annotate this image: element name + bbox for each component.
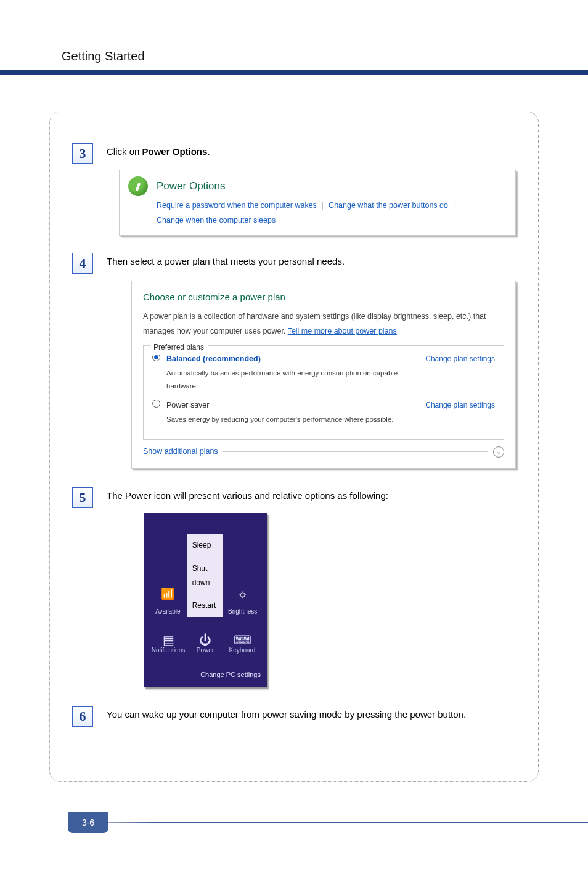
change-settings-saver[interactable]: Change plan settings — [425, 398, 495, 412]
chevron-down-icon[interactable]: ⌄ — [493, 446, 504, 458]
menu-restart[interactable]: Restart — [187, 594, 224, 617]
change-settings-balanced[interactable]: Change plan settings — [425, 352, 495, 366]
step-5: 5 The Power icon will present various an… — [72, 487, 516, 688]
power-options-icon — [128, 176, 148, 196]
content-frame: 3 Click on Power Options. Power Options … — [49, 112, 539, 782]
charms-power-panel: 📶 Available Sleep Shut down Restart ☼ Br… — [144, 513, 267, 687]
notifications-icon[interactable]: ▤ — [150, 628, 187, 642]
step-number: 3 — [72, 143, 93, 164]
choose-plan-title: Choose or customize a power plan — [143, 289, 504, 306]
show-additional-link[interactable]: Show additional plans — [143, 445, 218, 459]
step4-text: Then select a power plan that meets your… — [107, 256, 345, 266]
tell-me-more-link[interactable]: Tell me more about power plans — [288, 327, 397, 335]
keyboard-label: Keyboard — [224, 644, 261, 656]
step-4: 4 Then select a power plan that meets yo… — [72, 253, 516, 468]
notifications-label: Notifications — [150, 644, 187, 656]
po-link-buttons[interactable]: Change what the power buttons do — [329, 201, 448, 210]
step-number: 4 — [72, 253, 93, 274]
step3-text-bold: Power Options — [142, 146, 208, 157]
power-options-panel: Power Options Require a password when th… — [119, 170, 516, 236]
change-pc-settings-link[interactable]: Change PC settings — [150, 668, 261, 681]
brightness-label: Brightness — [224, 605, 261, 617]
separator: | — [453, 201, 455, 210]
plan-balanced-row: Balanced (recommended) Automatically bal… — [152, 352, 495, 393]
footer-rule — [74, 822, 588, 823]
separator: | — [322, 201, 324, 210]
show-additional-row: Show additional plans ⌄ — [143, 445, 504, 459]
keyboard-icon[interactable]: ⌨ — [224, 628, 261, 642]
step-3: 3 Click on Power Options. Power Options … — [72, 143, 516, 236]
power-menu: Sleep Shut down Restart — [187, 534, 224, 617]
plan-saver-name[interactable]: Power saver — [166, 398, 419, 413]
plan-saver-sub: Saves energy by reducing your computer's… — [166, 413, 419, 427]
plan-description: A power plan is a collection of hardware… — [143, 310, 504, 339]
po-link-sleep[interactable]: Change when the computer sleeps — [157, 216, 276, 224]
plan-balanced-sub: Automatically balances performance with … — [166, 367, 419, 394]
page-number-tab: 3-6 — [68, 812, 108, 833]
rule-band — [0, 70, 588, 75]
step-6: 6 You can wake up your computer from pow… — [72, 706, 516, 727]
power-plan-panel: Choose or customize a power plan A power… — [131, 281, 516, 469]
step-number: 6 — [72, 706, 93, 727]
step3-text-pre: Click on — [107, 146, 142, 157]
network-icon[interactable]: 📶 — [150, 583, 186, 604]
menu-sleep[interactable]: Sleep — [187, 534, 224, 557]
preferred-plans-legend: Preferred plans — [150, 340, 208, 355]
menu-shutdown[interactable]: Shut down — [187, 557, 224, 594]
step3-text-post: . — [207, 146, 210, 157]
preferred-plans-fieldset: Preferred plans Balanced (recommended) A… — [143, 345, 504, 440]
step-number: 5 — [72, 487, 93, 508]
brightness-icon[interactable]: ☼ — [224, 583, 261, 604]
power-icon[interactable]: ⏻ — [187, 628, 224, 642]
po-link-password[interactable]: Require a password when the computer wak… — [157, 201, 317, 210]
step5-text: The Power icon will present various and … — [107, 490, 388, 501]
plan-saver-row: Power saver Saves energy by reducing you… — [152, 398, 495, 427]
power-options-title[interactable]: Power Options — [157, 176, 460, 196]
power-label: Power — [187, 644, 224, 656]
network-label: Available — [150, 605, 186, 617]
divider — [223, 451, 488, 452]
radio-power-saver[interactable] — [152, 400, 160, 408]
step6-text: You can wake up your computer from power… — [107, 709, 466, 720]
page-header: Getting Started — [0, 0, 588, 70]
radio-balanced[interactable] — [152, 353, 160, 361]
